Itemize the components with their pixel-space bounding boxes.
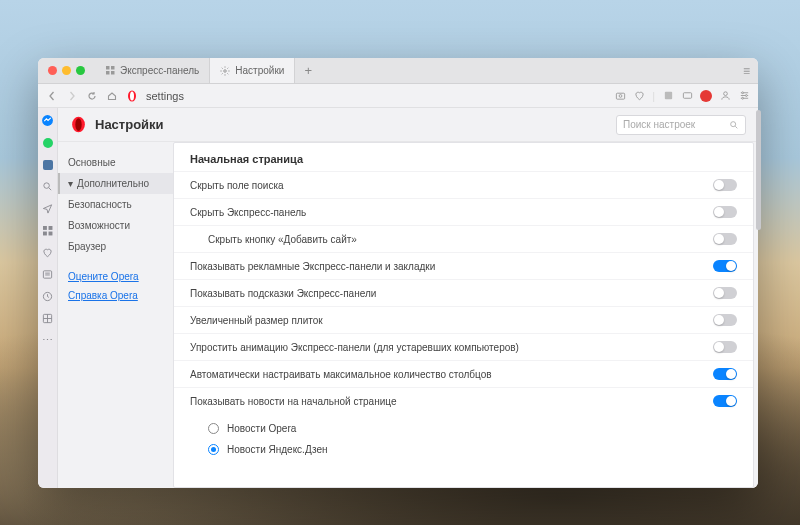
svg-rect-2 bbox=[106, 71, 110, 75]
setting-row: Автоматически настраивать максимальное к… bbox=[174, 360, 753, 387]
browser-window: Экспресс-панель Настройки + ≡ settings | bbox=[38, 58, 758, 488]
setting-label: Скрыть поле поиска bbox=[190, 180, 713, 191]
svg-line-22 bbox=[49, 188, 51, 190]
whatsapp-icon[interactable] bbox=[41, 136, 54, 149]
svg-rect-24 bbox=[48, 226, 52, 230]
setting-label: Показывать рекламные Экспресс-панели и з… bbox=[190, 261, 713, 272]
dots-icon[interactable]: ⋯ bbox=[41, 334, 54, 347]
opera-logo-icon bbox=[70, 116, 87, 133]
toggle-switch[interactable] bbox=[713, 260, 737, 272]
nav-basic[interactable]: Основные bbox=[58, 152, 173, 173]
setting-row: Показывать подсказки Экспресс-панели bbox=[174, 279, 753, 306]
radio-icon bbox=[208, 444, 219, 455]
svg-point-4 bbox=[224, 69, 227, 72]
svg-point-33 bbox=[75, 118, 81, 131]
svg-rect-1 bbox=[111, 66, 115, 70]
search-input[interactable]: Поиск настроек bbox=[616, 115, 746, 135]
opera-badge-icon bbox=[126, 90, 138, 102]
extension-icon[interactable] bbox=[662, 90, 674, 102]
setting-row: Показывать новости на начальной странице bbox=[174, 387, 753, 414]
maximize-window-button[interactable] bbox=[76, 66, 85, 75]
svg-point-19 bbox=[43, 138, 53, 148]
camera-icon[interactable] bbox=[614, 90, 626, 102]
setting-row: Показывать рекламные Экспресс-панели и з… bbox=[174, 252, 753, 279]
svg-rect-20 bbox=[43, 160, 53, 170]
setting-label: Упростить анимацию Экспресс-панели (для … bbox=[190, 342, 713, 353]
setting-label: Скрыть кнопку «Добавить сайт» bbox=[208, 234, 713, 245]
grid-icon bbox=[105, 66, 115, 76]
nav-advanced[interactable]: ▾Дополнительно bbox=[58, 173, 173, 194]
speed-dial-icon[interactable] bbox=[41, 224, 54, 237]
toggle-switch[interactable] bbox=[713, 179, 737, 191]
close-window-button[interactable] bbox=[48, 66, 57, 75]
news-source-group: Новости OperaНовости Яндекс.Дзен bbox=[174, 414, 753, 470]
vk-icon[interactable] bbox=[41, 158, 54, 171]
gear-icon bbox=[220, 66, 230, 76]
radio-label: Новости Opera bbox=[227, 423, 296, 434]
setting-label: Показывать подсказки Экспресс-панели bbox=[190, 288, 713, 299]
heart-icon[interactable] bbox=[633, 90, 645, 102]
back-button[interactable] bbox=[46, 90, 58, 102]
profile-icon[interactable] bbox=[719, 90, 731, 102]
reload-button[interactable] bbox=[86, 90, 98, 102]
menu-icon[interactable]: ≡ bbox=[735, 64, 758, 78]
svg-point-6 bbox=[130, 91, 134, 100]
easy-setup-icon[interactable] bbox=[738, 90, 750, 102]
svg-point-17 bbox=[741, 97, 743, 99]
svg-rect-3 bbox=[111, 71, 115, 75]
tab-bar: Экспресс-панель Настройки + ≡ bbox=[38, 58, 758, 84]
toggle-switch[interactable] bbox=[713, 368, 737, 380]
body: ⋯ Настройки Поиск настроек Основные ▾Доп… bbox=[38, 108, 758, 488]
search-sidebar-icon[interactable] bbox=[41, 180, 54, 193]
nav-features[interactable]: Возможности bbox=[58, 215, 173, 236]
toggle-switch[interactable] bbox=[713, 341, 737, 353]
forward-button[interactable] bbox=[66, 90, 78, 102]
main: Основные ▾Дополнительно Безопасность Воз… bbox=[58, 142, 758, 488]
minimize-window-button[interactable] bbox=[62, 66, 71, 75]
bookmarks-icon[interactable] bbox=[41, 246, 54, 259]
extensions-icon[interactable] bbox=[41, 312, 54, 325]
setting-label: Увеличенный размер плиток bbox=[190, 315, 713, 326]
messenger-icon[interactable] bbox=[41, 114, 54, 127]
svg-point-34 bbox=[731, 121, 736, 126]
settings-nav: Основные ▾Дополнительно Безопасность Воз… bbox=[58, 142, 173, 488]
setting-row: Упростить анимацию Экспресс-панели (для … bbox=[174, 333, 753, 360]
search-placeholder: Поиск настроек bbox=[623, 119, 695, 130]
setting-label: Автоматически настраивать максимальное к… bbox=[190, 369, 713, 380]
wallet-icon[interactable] bbox=[681, 90, 693, 102]
address-bar: settings | bbox=[38, 84, 758, 108]
toggle-switch[interactable] bbox=[713, 206, 737, 218]
nav-browser[interactable]: Браузер bbox=[58, 236, 173, 257]
tab-speed-dial[interactable]: Экспресс-панель bbox=[95, 58, 210, 83]
svg-point-16 bbox=[745, 95, 747, 97]
toggle-switch[interactable] bbox=[713, 287, 737, 299]
tab-label: Экспресс-панель bbox=[120, 65, 199, 76]
nav-security[interactable]: Безопасность bbox=[58, 194, 173, 215]
setting-row: Скрыть поле поиска bbox=[174, 171, 753, 198]
scrollbar-thumb[interactable] bbox=[756, 110, 761, 230]
nav-help-opera[interactable]: Справка Opera bbox=[58, 286, 173, 305]
home-button[interactable] bbox=[106, 90, 118, 102]
radio-option[interactable]: Новости Яндекс.Дзен bbox=[208, 439, 737, 460]
news-icon[interactable] bbox=[41, 268, 54, 281]
toggle-switch[interactable] bbox=[713, 395, 737, 407]
history-icon[interactable] bbox=[41, 290, 54, 303]
page-header: Настройки Поиск настроек bbox=[58, 108, 758, 142]
settings-panel: Начальная страница Скрыть поле поискаСкр… bbox=[173, 142, 754, 488]
svg-rect-0 bbox=[106, 66, 110, 70]
toggle-switch[interactable] bbox=[713, 233, 737, 245]
setting-row: Увеличенный размер плиток bbox=[174, 306, 753, 333]
tab-settings[interactable]: Настройки bbox=[210, 58, 295, 83]
svg-rect-9 bbox=[664, 92, 671, 99]
adblock-icon[interactable] bbox=[700, 90, 712, 102]
new-tab-button[interactable]: + bbox=[295, 63, 321, 78]
radio-option[interactable]: Новости Opera bbox=[208, 418, 737, 439]
page-title: Настройки bbox=[95, 117, 608, 132]
flow-icon[interactable] bbox=[41, 202, 54, 215]
svg-rect-10 bbox=[683, 93, 691, 99]
search-icon bbox=[729, 120, 739, 130]
url-field[interactable]: settings bbox=[146, 90, 606, 102]
tab-label: Настройки bbox=[235, 65, 284, 76]
toggle-switch[interactable] bbox=[713, 314, 737, 326]
nav-rate-opera[interactable]: Оцените Opera bbox=[58, 267, 173, 286]
